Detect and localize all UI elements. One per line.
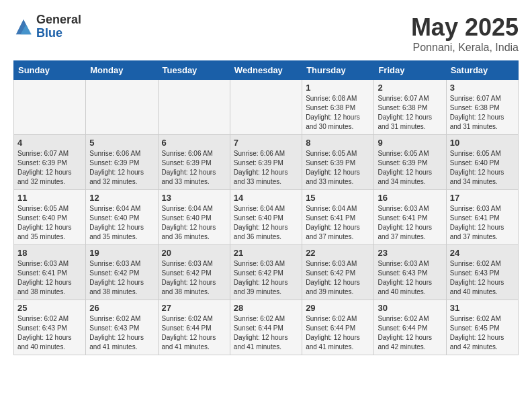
week-row-2: 4Sunrise: 6:07 AM Sunset: 6:39 PM Daylig… xyxy=(14,135,519,190)
header-wednesday: Wednesday xyxy=(230,61,302,80)
day-info: Sunrise: 6:03 AM Sunset: 6:42 PM Dayligh… xyxy=(306,259,370,297)
day-number: 5 xyxy=(89,138,154,148)
day-number: 15 xyxy=(306,193,370,203)
day-number: 29 xyxy=(306,303,370,313)
day-info: Sunrise: 6:03 AM Sunset: 6:42 PM Dayligh… xyxy=(162,259,226,297)
day-number: 24 xyxy=(450,248,515,258)
day-cell: 15Sunrise: 6:04 AM Sunset: 6:41 PM Dayli… xyxy=(302,190,374,245)
day-cell: 27Sunrise: 6:02 AM Sunset: 6:44 PM Dayli… xyxy=(158,300,230,355)
day-cell: 26Sunrise: 6:02 AM Sunset: 6:43 PM Dayli… xyxy=(86,300,158,355)
calendar-table: SundayMondayTuesdayWednesdayThursdayFrid… xyxy=(13,60,519,355)
day-number: 13 xyxy=(162,193,226,203)
day-info: Sunrise: 6:02 AM Sunset: 6:45 PM Dayligh… xyxy=(450,314,515,352)
day-number: 7 xyxy=(234,138,298,148)
day-number: 26 xyxy=(89,303,154,313)
day-info: Sunrise: 6:06 AM Sunset: 6:39 PM Dayligh… xyxy=(89,149,154,187)
day-number: 25 xyxy=(17,303,82,313)
day-cell: 13Sunrise: 6:04 AM Sunset: 6:40 PM Dayli… xyxy=(158,190,230,245)
day-info: Sunrise: 6:02 AM Sunset: 6:44 PM Dayligh… xyxy=(162,314,226,352)
day-cell: 19Sunrise: 6:03 AM Sunset: 6:42 PM Dayli… xyxy=(86,245,158,300)
day-cell: 25Sunrise: 6:02 AM Sunset: 6:43 PM Dayli… xyxy=(14,300,86,355)
day-info: Sunrise: 6:03 AM Sunset: 6:42 PM Dayligh… xyxy=(234,259,298,297)
month-title: May 2025 xyxy=(411,13,519,42)
day-info: Sunrise: 6:02 AM Sunset: 6:43 PM Dayligh… xyxy=(89,314,154,352)
day-number: 19 xyxy=(89,248,154,258)
day-info: Sunrise: 6:03 AM Sunset: 6:41 PM Dayligh… xyxy=(378,204,442,242)
day-number: 4 xyxy=(17,138,82,148)
day-number: 22 xyxy=(306,248,370,258)
day-number: 28 xyxy=(234,303,298,313)
location: Ponnani, Kerala, India xyxy=(411,42,519,54)
day-info: Sunrise: 6:07 AM Sunset: 6:38 PM Dayligh… xyxy=(378,94,442,132)
day-cell: 3Sunrise: 6:07 AM Sunset: 6:38 PM Daylig… xyxy=(446,80,518,135)
day-cell: 23Sunrise: 6:03 AM Sunset: 6:43 PM Dayli… xyxy=(374,245,446,300)
header-friday: Friday xyxy=(374,61,446,80)
day-info: Sunrise: 6:07 AM Sunset: 6:38 PM Dayligh… xyxy=(450,94,515,132)
day-cell: 31Sunrise: 6:02 AM Sunset: 6:45 PM Dayli… xyxy=(446,300,518,355)
day-info: Sunrise: 6:05 AM Sunset: 6:39 PM Dayligh… xyxy=(378,149,442,187)
day-info: Sunrise: 6:06 AM Sunset: 6:39 PM Dayligh… xyxy=(234,149,298,187)
day-number: 21 xyxy=(234,248,298,258)
day-cell: 12Sunrise: 6:04 AM Sunset: 6:40 PM Dayli… xyxy=(86,190,158,245)
day-info: Sunrise: 6:04 AM Sunset: 6:41 PM Dayligh… xyxy=(306,204,370,242)
day-cell: 20Sunrise: 6:03 AM Sunset: 6:42 PM Dayli… xyxy=(158,245,230,300)
day-number: 3 xyxy=(450,83,515,93)
day-cell: 5Sunrise: 6:06 AM Sunset: 6:39 PM Daylig… xyxy=(86,135,158,190)
day-cell: 21Sunrise: 6:03 AM Sunset: 6:42 PM Dayli… xyxy=(230,245,302,300)
logo-icon xyxy=(13,17,34,37)
day-number: 10 xyxy=(450,138,515,148)
day-info: Sunrise: 6:03 AM Sunset: 6:41 PM Dayligh… xyxy=(17,259,82,297)
day-info: Sunrise: 6:02 AM Sunset: 6:43 PM Dayligh… xyxy=(17,314,82,352)
day-cell xyxy=(158,80,230,135)
week-row-4: 18Sunrise: 6:03 AM Sunset: 6:41 PM Dayli… xyxy=(14,245,519,300)
day-info: Sunrise: 6:05 AM Sunset: 6:40 PM Dayligh… xyxy=(17,204,82,242)
day-cell: 6Sunrise: 6:06 AM Sunset: 6:39 PM Daylig… xyxy=(158,135,230,190)
logo-blue-text: Blue xyxy=(36,27,81,40)
day-cell xyxy=(14,80,86,135)
day-cell: 29Sunrise: 6:02 AM Sunset: 6:44 PM Dayli… xyxy=(302,300,374,355)
day-info: Sunrise: 6:05 AM Sunset: 6:40 PM Dayligh… xyxy=(450,149,515,187)
day-cell: 9Sunrise: 6:05 AM Sunset: 6:39 PM Daylig… xyxy=(374,135,446,190)
day-info: Sunrise: 6:02 AM Sunset: 6:44 PM Dayligh… xyxy=(306,314,370,352)
header-thursday: Thursday xyxy=(302,61,374,80)
day-info: Sunrise: 6:06 AM Sunset: 6:39 PM Dayligh… xyxy=(162,149,226,187)
week-row-5: 25Sunrise: 6:02 AM Sunset: 6:43 PM Dayli… xyxy=(14,300,519,355)
day-info: Sunrise: 6:05 AM Sunset: 6:39 PM Dayligh… xyxy=(306,149,370,187)
calendar-header-row: SundayMondayTuesdayWednesdayThursdayFrid… xyxy=(14,61,519,80)
day-info: Sunrise: 6:08 AM Sunset: 6:38 PM Dayligh… xyxy=(306,94,370,132)
day-info: Sunrise: 6:03 AM Sunset: 6:42 PM Dayligh… xyxy=(89,259,154,297)
day-number: 14 xyxy=(234,193,298,203)
logo-general-text: General xyxy=(36,13,81,27)
header-sunday: Sunday xyxy=(14,61,86,80)
day-cell: 1Sunrise: 6:08 AM Sunset: 6:38 PM Daylig… xyxy=(302,80,374,135)
day-cell: 22Sunrise: 6:03 AM Sunset: 6:42 PM Dayli… xyxy=(302,245,374,300)
day-number: 27 xyxy=(162,303,226,313)
day-cell xyxy=(230,80,302,135)
day-info: Sunrise: 6:04 AM Sunset: 6:40 PM Dayligh… xyxy=(162,204,226,242)
day-cell: 8Sunrise: 6:05 AM Sunset: 6:39 PM Daylig… xyxy=(302,135,374,190)
header-tuesday: Tuesday xyxy=(158,61,230,80)
day-info: Sunrise: 6:03 AM Sunset: 6:43 PM Dayligh… xyxy=(378,259,442,297)
week-row-1: 1Sunrise: 6:08 AM Sunset: 6:38 PM Daylig… xyxy=(14,80,519,135)
day-cell: 30Sunrise: 6:02 AM Sunset: 6:44 PM Dayli… xyxy=(374,300,446,355)
logo-text: General Blue xyxy=(36,13,81,40)
day-cell: 18Sunrise: 6:03 AM Sunset: 6:41 PM Dayli… xyxy=(14,245,86,300)
day-number: 9 xyxy=(378,138,442,148)
day-info: Sunrise: 6:04 AM Sunset: 6:40 PM Dayligh… xyxy=(234,204,298,242)
day-cell: 28Sunrise: 6:02 AM Sunset: 6:44 PM Dayli… xyxy=(230,300,302,355)
logo: General Blue xyxy=(13,13,81,40)
day-cell: 24Sunrise: 6:02 AM Sunset: 6:43 PM Dayli… xyxy=(446,245,518,300)
day-cell: 4Sunrise: 6:07 AM Sunset: 6:39 PM Daylig… xyxy=(14,135,86,190)
day-info: Sunrise: 6:02 AM Sunset: 6:43 PM Dayligh… xyxy=(450,259,515,297)
day-number: 18 xyxy=(17,248,82,258)
day-cell: 7Sunrise: 6:06 AM Sunset: 6:39 PM Daylig… xyxy=(230,135,302,190)
day-cell: 17Sunrise: 6:03 AM Sunset: 6:41 PM Dayli… xyxy=(446,190,518,245)
day-number: 16 xyxy=(378,193,442,203)
day-cell: 14Sunrise: 6:04 AM Sunset: 6:40 PM Dayli… xyxy=(230,190,302,245)
day-info: Sunrise: 6:04 AM Sunset: 6:40 PM Dayligh… xyxy=(89,204,154,242)
header-saturday: Saturday xyxy=(446,61,518,80)
day-info: Sunrise: 6:02 AM Sunset: 6:44 PM Dayligh… xyxy=(378,314,442,352)
day-info: Sunrise: 6:02 AM Sunset: 6:44 PM Dayligh… xyxy=(234,314,298,352)
page-header: General Blue May 2025 Ponnani, Kerala, I… xyxy=(13,13,519,54)
week-row-3: 11Sunrise: 6:05 AM Sunset: 6:40 PM Dayli… xyxy=(14,190,519,245)
